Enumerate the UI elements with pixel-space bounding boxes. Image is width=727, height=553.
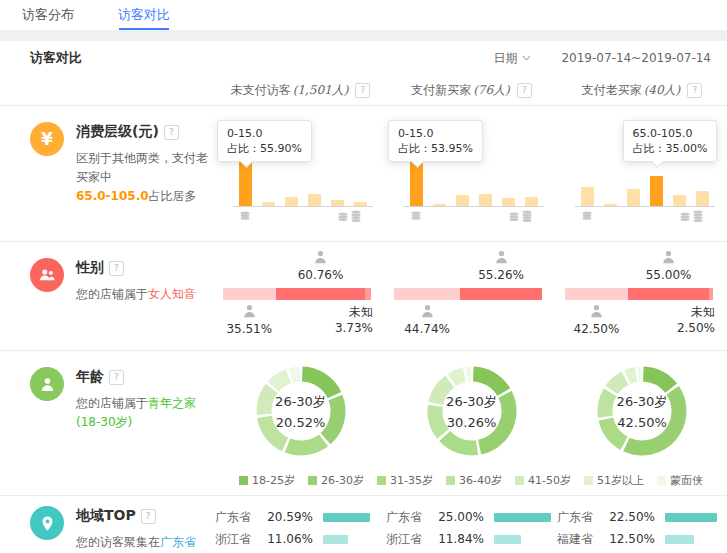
consume-bar[interactable] — [285, 197, 298, 206]
legend-swatch — [657, 476, 666, 485]
region-chart-new-buyers: 广东省25.00%浙江省11.84% — [386, 496, 557, 553]
region-bar[interactable] — [323, 513, 370, 522]
gender-stacked-bar[interactable] — [394, 288, 542, 300]
column-count: (40人) — [644, 82, 681, 99]
column-header-old-buyers: 支付老买家(40人)? — [557, 75, 727, 105]
age-icon — [30, 367, 64, 401]
province-pct: 11.06% — [261, 532, 313, 546]
consume-bar[interactable] — [525, 197, 538, 206]
region-row: 广东省22.50% — [557, 506, 727, 528]
female-label: 60.76% — [286, 250, 356, 283]
female-icon — [466, 250, 536, 268]
gender-stacked-bar[interactable] — [565, 288, 713, 300]
age-donut-old-buyers: 26-30岁42.50% — [557, 351, 727, 465]
help-icon[interactable]: ? — [164, 125, 179, 140]
province-name: 广东省 — [215, 509, 261, 526]
region-chart-unpaid: 广东省20.59%浙江省11.06% — [215, 496, 386, 553]
section-title-consume: 消费层级(元) — [76, 123, 159, 141]
legend-item: 26-30岁 — [308, 473, 364, 488]
legend-item: 41-50岁 — [515, 473, 571, 488]
consume-bar[interactable] — [673, 195, 686, 206]
female-segment[interactable] — [460, 288, 542, 300]
consume-bar[interactable] — [696, 191, 709, 206]
tabbar: 访客分布 访客对比 — [0, 0, 727, 30]
female-icon — [634, 250, 704, 268]
unknown-label: 未知2.50% — [645, 304, 715, 336]
unknown-segment[interactable] — [365, 288, 371, 300]
consume-chart-new-buyers: 0-15.0占比：53.95% — [386, 106, 557, 241]
legend-item: 51岁以上 — [584, 473, 644, 488]
legend-swatch — [584, 476, 593, 485]
tab-visitor-distribution[interactable]: 访客分布 — [22, 0, 74, 30]
help-icon[interactable]: ? — [109, 370, 124, 385]
gender-stacked-bar[interactable] — [223, 288, 371, 300]
age-donut-chart[interactable]: 26-30岁20.52% — [245, 355, 357, 467]
consume-bar[interactable] — [308, 194, 321, 206]
unknown-label: 未知3.73% — [303, 304, 373, 336]
section-desc-age: 您的店铺属于青年之家(18-30岁) — [76, 394, 209, 432]
legend-item: 31-35岁 — [377, 473, 433, 488]
unknown-segment[interactable] — [709, 288, 713, 300]
consume-highlight-range: 65.0-105.0 — [76, 189, 149, 203]
date-dropdown[interactable]: 日期 — [493, 50, 531, 67]
legend-swatch — [515, 476, 524, 485]
region-bar[interactable] — [665, 535, 694, 544]
high-price-coins-icon — [337, 210, 363, 222]
female-segment[interactable] — [276, 288, 366, 300]
age-donut-chart[interactable]: 26-30岁30.26% — [416, 355, 528, 467]
help-icon[interactable]: ? — [355, 83, 370, 98]
male-segment[interactable] — [223, 288, 276, 300]
region-highlight: 广东省 — [160, 535, 196, 549]
help-icon[interactable]: ? — [109, 261, 124, 276]
x-axis — [233, 206, 373, 207]
consume-bar[interactable] — [479, 194, 492, 206]
female-segment[interactable] — [628, 288, 709, 300]
consume-bar[interactable] — [502, 198, 515, 206]
region-bar[interactable] — [494, 513, 551, 522]
male-label: 35.51% — [214, 304, 284, 337]
age-donut-chart[interactable]: 26-30岁42.50% — [586, 355, 698, 467]
region-bar[interactable] — [323, 535, 348, 544]
region-row: 广东省25.00% — [386, 506, 557, 528]
help-icon[interactable]: ? — [517, 83, 532, 98]
legend-swatch — [239, 476, 248, 485]
legend-swatch — [446, 476, 455, 485]
high-price-coins-icon — [679, 210, 705, 222]
column-title: 支付新买家 — [411, 82, 471, 99]
age-donut-unpaid: 26-30岁20.52% — [215, 351, 386, 465]
column-header-unpaid-visitors: 未支付访客(1,501人)? — [215, 75, 386, 105]
gender-chart-unpaid: 60.76%35.51%未知3.73% — [215, 242, 386, 350]
age-donut-new-buyers: 26-30岁30.26% — [386, 351, 557, 465]
male-segment[interactable] — [565, 288, 628, 300]
legend-item: 18-25岁 — [239, 473, 295, 488]
region-chart-old-buyers: 广东省22.50%福建省12.50% — [557, 496, 727, 553]
tab-visitor-compare[interactable]: 访客对比 — [118, 0, 170, 30]
region-row: 福建省12.50% — [557, 528, 727, 550]
donut-center-label: 26-30岁30.26% — [416, 355, 528, 467]
female-label: 55.00% — [634, 250, 704, 283]
province-pct: 20.59% — [261, 510, 313, 524]
male-label: 44.74% — [392, 304, 462, 337]
section-age: 年龄 ? 您的店铺属于青年之家(18-30岁) 26-30岁20.52% 26-… — [0, 350, 727, 495]
help-icon[interactable]: ? — [687, 83, 702, 98]
legend-item: 蒙面侠 — [657, 473, 703, 488]
region-bar[interactable] — [665, 513, 717, 522]
consume-bar[interactable] — [650, 176, 663, 206]
legend-swatch — [377, 476, 386, 485]
male-segment[interactable] — [394, 288, 460, 300]
consume-bar[interactable] — [627, 189, 640, 206]
help-icon[interactable]: ? — [141, 509, 156, 524]
age-legend: 18-25岁26-30岁31-35岁36-40岁41-50岁51岁以上蒙面侠 — [215, 465, 727, 495]
gender-icon — [30, 258, 64, 292]
low-price-coin-icon — [239, 211, 251, 220]
consume-bar[interactable] — [456, 195, 469, 206]
region-bar[interactable] — [494, 535, 521, 544]
date-range-value[interactable]: 2019-07-14~2019-07-14 — [561, 51, 711, 65]
consume-bar[interactable] — [581, 187, 594, 206]
legend-swatch — [308, 476, 317, 485]
gender-highlight: 女人知音 — [148, 287, 196, 301]
female-icon — [286, 250, 356, 268]
consume-chart-unpaid: 0-15.0占比：55.90% — [215, 106, 386, 241]
card-header: 访客对比 日期 2019-07-14~2019-07-14 — [0, 41, 727, 75]
divider-strip — [0, 30, 727, 41]
